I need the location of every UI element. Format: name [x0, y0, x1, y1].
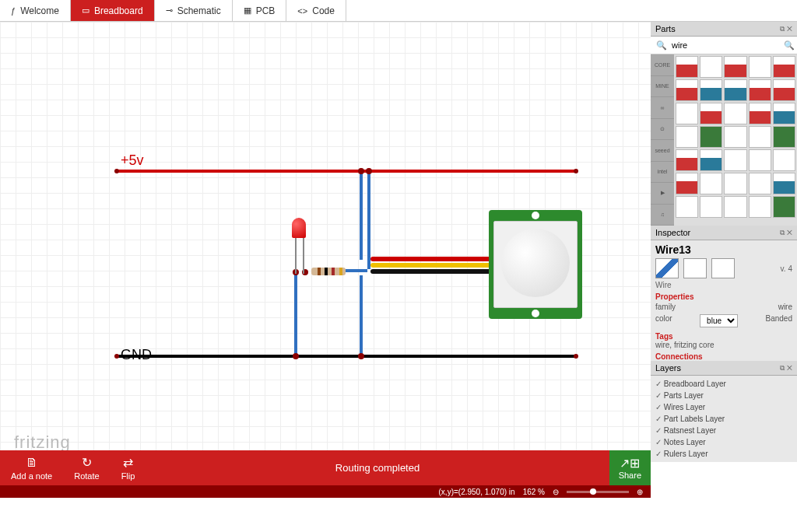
parts-panel-header[interactable]: Parts⧉ ✕ — [651, 22, 797, 37]
wire-resistor-out[interactable] — [346, 269, 367, 272]
part-thumb[interactable] — [724, 103, 746, 124]
pin-icon[interactable]: ⧉ ✕ — [780, 229, 792, 237]
part-thumb[interactable] — [676, 79, 698, 101]
layers-panel: Layers⧉ ✕ Breadboard Layer Parts Layer W… — [651, 361, 797, 462]
add-note-button[interactable]: 🗎Add a note — [0, 456, 63, 481]
layer-item[interactable]: Part Labels Layer — [655, 413, 792, 425]
part-thumb[interactable] — [773, 126, 795, 148]
part-thumb[interactable] — [676, 126, 698, 148]
part-thumb[interactable] — [724, 196, 746, 218]
zoom-in-button[interactable]: ⊕ — [637, 488, 643, 496]
part-thumb[interactable] — [749, 56, 771, 78]
wire-connector[interactable] — [293, 353, 299, 359]
pir-wire-vcc[interactable] — [370, 257, 492, 261]
part-thumb[interactable] — [700, 79, 722, 101]
power-rail-gnd[interactable] — [117, 355, 576, 358]
part-thumb[interactable] — [676, 196, 698, 218]
wire-connector[interactable] — [366, 168, 372, 174]
parts-categories: CORE MINE ∞ ⊙ seeed intel ▶ ♫ — [651, 54, 674, 226]
tab-code[interactable]: <>Code — [286, 0, 346, 21]
parts-search-input[interactable] — [670, 39, 781, 51]
parts-cat-sparkfun[interactable]: ⊙ — [651, 119, 674, 141]
tab-welcome[interactable]: ƒWelcome — [0, 0, 71, 21]
part-thumb[interactable] — [676, 149, 698, 171]
breadboard-canvas[interactable]: +5v GND — [0, 22, 651, 462]
wire-pir-to-gnd[interactable] — [360, 275, 363, 356]
zoom-out-button[interactable]: ⊖ — [553, 488, 559, 496]
parts-cat-core[interactable]: CORE — [651, 54, 674, 76]
part-thumb[interactable] — [700, 103, 722, 124]
parts-cat-contrib[interactable]: ▶ — [651, 183, 674, 205]
pin-icon[interactable]: ⧉ ✕ — [780, 364, 792, 373]
banded-label[interactable]: Banded — [766, 314, 792, 327]
led-component[interactable] — [292, 218, 306, 238]
part-thumb[interactable] — [676, 56, 698, 78]
wire-5v-branch[interactable] — [367, 171, 370, 269]
part-thumb[interactable] — [749, 103, 771, 124]
part-thumb[interactable] — [724, 79, 746, 101]
inspector-header[interactable]: Inspector⧉ ✕ — [651, 226, 797, 240]
part-thumb[interactable] — [749, 149, 771, 171]
part-thumb[interactable] — [749, 126, 771, 148]
power-rail-5v[interactable] — [117, 170, 576, 173]
layers-header[interactable]: Layers⧉ ✕ — [651, 361, 797, 376]
part-thumb[interactable] — [773, 103, 795, 124]
part-thumb[interactable] — [749, 79, 771, 101]
part-thumb[interactable] — [773, 79, 795, 101]
wire-connector[interactable] — [358, 353, 364, 359]
layer-item[interactable]: Rulers Layer — [655, 448, 792, 460]
part-thumb[interactable] — [724, 173, 746, 194]
tab-label: Code — [312, 5, 335, 16]
part-thumb[interactable] — [773, 196, 795, 218]
layer-item[interactable]: Ratsnest Layer — [655, 425, 792, 436]
pir-wire-out[interactable] — [370, 263, 492, 268]
flip-button[interactable]: ⇄Flip — [111, 455, 146, 481]
pin-icon[interactable]: ⧉ ✕ — [780, 25, 792, 33]
sidebar: Parts⧉ ✕ 🔍 🔍 CORE MINE ∞ ⊙ seeed intel ▶… — [651, 22, 797, 462]
layer-item[interactable]: Notes Layer — [655, 436, 792, 448]
status-bar: (x,y)=(2.950, 1.070) in 162 % ⊖ ⊕ — [0, 485, 651, 498]
tab-label: PCB — [256, 5, 276, 16]
inspector-thumb-breadboard[interactable] — [655, 258, 679, 278]
part-thumb[interactable] — [700, 149, 722, 171]
tab-pcb[interactable]: ▦PCB — [233, 0, 287, 21]
layer-item[interactable]: Parts Layer — [655, 390, 792, 401]
zoom-slider[interactable] — [567, 491, 629, 493]
part-thumb[interactable] — [700, 126, 722, 148]
part-thumb[interactable] — [749, 173, 771, 194]
parts-cat-arduino[interactable]: ∞ — [651, 97, 674, 119]
tab-breadboard[interactable]: ▭Breadboard — [71, 0, 155, 21]
wire-led-to-gnd[interactable] — [294, 272, 297, 356]
tab-schematic[interactable]: ⊸Schematic — [155, 0, 233, 21]
part-thumb[interactable] — [749, 196, 771, 218]
part-thumb[interactable] — [773, 149, 795, 171]
part-thumb[interactable] — [724, 56, 746, 78]
wire-connector[interactable] — [358, 168, 364, 174]
resistor-component[interactable] — [311, 268, 346, 275]
part-thumb[interactable] — [676, 173, 698, 194]
part-thumb[interactable] — [724, 126, 746, 148]
inspector-thumb-schematic[interactable] — [683, 258, 707, 278]
part-thumb[interactable] — [700, 196, 722, 218]
parts-cat-seeed[interactable]: seeed — [651, 140, 674, 162]
share-button[interactable]: ↗⊞Share — [609, 450, 651, 485]
part-thumb[interactable] — [773, 56, 795, 78]
part-thumb[interactable] — [724, 149, 746, 171]
part-thumb[interactable] — [773, 173, 795, 194]
parts-cat-other[interactable]: ♫ — [651, 205, 674, 226]
pir-wire-gnd[interactable] — [370, 269, 492, 274]
inspector-thumb-pcb[interactable] — [711, 258, 735, 278]
parts-cat-mine[interactable]: MINE — [651, 76, 674, 98]
layer-item[interactable]: Wires Layer — [655, 401, 792, 413]
part-thumb[interactable] — [676, 103, 698, 124]
pir-sensor-component[interactable] — [489, 210, 582, 319]
tab-label: Breadboard — [94, 5, 143, 16]
layer-item[interactable]: Breadboard Layer — [655, 378, 792, 390]
wire-5v-to-pir[interactable] — [360, 171, 363, 260]
color-select[interactable]: blue — [700, 314, 738, 327]
part-thumb[interactable] — [700, 173, 722, 194]
parts-cat-intel[interactable]: intel — [651, 162, 674, 184]
part-thumb[interactable] — [700, 56, 722, 78]
rotate-button[interactable]: ↻Rotate — [63, 455, 110, 481]
search-go-icon[interactable]: 🔍 — [781, 40, 797, 51]
